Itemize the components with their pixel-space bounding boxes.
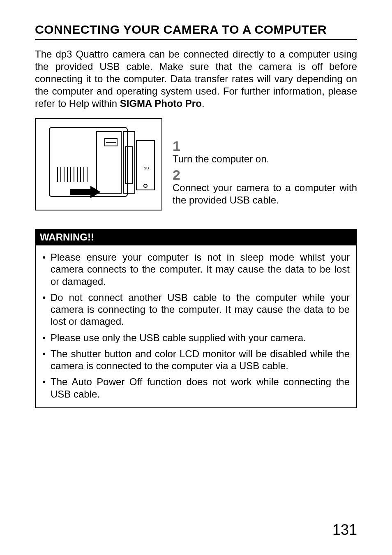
svg-point-17 — [144, 184, 147, 187]
camera-connection-figure: SD — [35, 118, 162, 210]
step-text-2: Connect your camera to a computer with t… — [173, 182, 357, 206]
svg-rect-15 — [125, 147, 133, 184]
step-text-1: Turn the computer on. — [173, 153, 357, 165]
page-title: CONNECTING YOUR CAMERA TO A COMPUTER — [35, 23, 357, 40]
svg-rect-16 — [136, 141, 154, 190]
warning-item: Please use only the USB cable supplied w… — [42, 332, 350, 344]
intro-paragraph: The dp3 Quattro camera can be connected … — [35, 48, 357, 110]
warning-item: The Auto Power Off function does not wor… — [42, 376, 350, 400]
warning-item: Do not connect another USB cable to the … — [42, 291, 350, 328]
warning-item: The shutter button and color LCD monitor… — [42, 348, 350, 372]
step-number-2: 2 — [173, 168, 357, 182]
warning-item: Please ensure your computer is not in sl… — [42, 251, 350, 287]
steps-column: 1 Turn the computer on. 2 Connect your c… — [173, 118, 357, 206]
step-number-1: 1 — [173, 139, 357, 153]
sd-label-text: SD — [144, 166, 149, 170]
camera-illustration: SD — [41, 124, 156, 204]
warning-list: Please ensure your computer is not in sl… — [36, 245, 356, 407]
intro-bold: SIGMA Photo Pro — [120, 98, 202, 109]
intro-text-2: . — [202, 98, 205, 109]
warning-header: WARNING!! — [36, 230, 356, 245]
warning-box: WARNING!! Please ensure your computer is… — [35, 229, 357, 408]
svg-rect-0 — [49, 127, 127, 197]
page-number: 131 — [332, 521, 357, 539]
